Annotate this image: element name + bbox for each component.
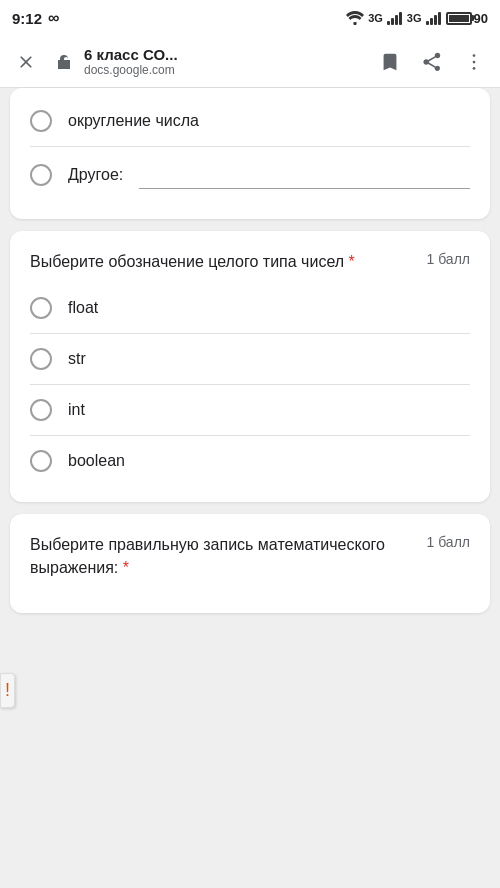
option-str-label: str (68, 350, 86, 368)
scroll-area: округление числа Другое: Выберите обозна… (0, 88, 500, 613)
signal-bars-2 (426, 11, 442, 25)
radio-float[interactable] (30, 297, 52, 319)
svg-rect-1 (387, 21, 390, 25)
status-right: 3G 3G 90 (346, 11, 488, 26)
question-text-main: Выберите обозначение целого типа чисел (30, 253, 344, 270)
signal-3g-1: 3G (368, 12, 383, 24)
other-text-field[interactable] (139, 161, 470, 189)
prev-question-card: округление числа Другое: (10, 88, 490, 219)
option-boolean-label: boolean (68, 452, 125, 470)
divider-int (30, 435, 470, 436)
options-list: float str int boolean (30, 287, 470, 482)
divider-str (30, 384, 470, 385)
signal-bars-1 (387, 11, 403, 25)
option-int[interactable]: int (30, 389, 470, 431)
battery-level (449, 15, 469, 22)
radio-circle-other[interactable] (30, 164, 52, 186)
question-header: Выберите обозначение целого типа чисел *… (30, 251, 470, 273)
question-points: 1 балл (427, 251, 471, 267)
prev-option-1-label: округление числа (68, 112, 199, 130)
prev-option-other: Другое: (30, 151, 470, 199)
radio-circle-prev-1[interactable] (30, 110, 52, 132)
bottom-question-header: Выберите правильную запись математическо… (30, 534, 470, 579)
option-boolean[interactable]: boolean (30, 440, 470, 482)
nav-title-block: 6 класс СО... docs.google.com (84, 46, 362, 77)
feedback-button[interactable]: ! (0, 673, 15, 708)
nav-bar: 6 класс СО... docs.google.com (0, 36, 500, 88)
more-options-button[interactable] (456, 44, 492, 80)
battery-percentage: 90 (474, 11, 488, 26)
option-float-label: float (68, 299, 98, 317)
svg-rect-6 (430, 18, 433, 25)
nav-subtitle: docs.google.com (84, 63, 362, 77)
radio-str[interactable] (30, 348, 52, 370)
svg-rect-4 (399, 12, 402, 25)
signal-3g-2: 3G (407, 12, 422, 24)
bookmark-button[interactable] (372, 44, 408, 80)
svg-rect-2 (391, 18, 394, 25)
close-button[interactable] (8, 44, 44, 80)
divider-float (30, 333, 470, 334)
bottom-required-star: * (123, 559, 129, 576)
option-str[interactable]: str (30, 338, 470, 380)
bottom-question-card: Выберите правильную запись математическо… (10, 514, 490, 613)
nav-actions (372, 44, 492, 80)
bottom-question-text-main: Выберите правильную запись математическо… (30, 536, 385, 575)
question-text: Выберите обозначение целого типа чисел * (30, 251, 415, 273)
option-int-label: int (68, 401, 85, 419)
svg-point-9 (473, 54, 476, 57)
battery-icon: 90 (446, 11, 488, 26)
bottom-question-text: Выберите правильную запись математическо… (30, 534, 415, 579)
bottom-question-points: 1 балл (427, 534, 471, 550)
status-left: 9:12 ∞ (12, 9, 59, 27)
svg-rect-8 (438, 12, 441, 25)
status-bar: 9:12 ∞ 3G 3G (0, 0, 500, 36)
option-float[interactable]: float (30, 287, 470, 329)
question-card: Выберите обозначение целого типа чисел *… (10, 231, 490, 502)
radio-boolean[interactable] (30, 450, 52, 472)
lock-icon (54, 44, 74, 80)
required-star: * (349, 253, 355, 270)
prev-option-1[interactable]: округление числа (30, 100, 470, 142)
svg-point-10 (473, 60, 476, 63)
divider-1 (30, 146, 470, 147)
svg-point-11 (473, 67, 476, 70)
radio-int[interactable] (30, 399, 52, 421)
time-display: 9:12 (12, 10, 42, 27)
svg-rect-5 (426, 21, 429, 25)
svg-rect-3 (395, 15, 398, 25)
wifi-icon (346, 11, 364, 25)
infinity-icon: ∞ (48, 9, 59, 27)
nav-title: 6 класс СО... (84, 46, 362, 63)
prev-option-other-label: Другое: (68, 166, 123, 184)
svg-rect-7 (434, 15, 437, 25)
feedback-icon: ! (5, 680, 10, 701)
share-button[interactable] (414, 44, 450, 80)
